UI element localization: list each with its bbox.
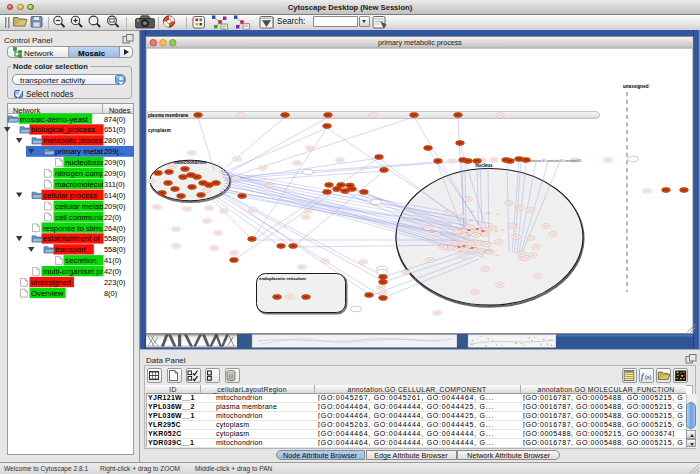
svg-text:response to stimulu: response to stimulu — [43, 224, 111, 233]
svg-text:223(0): 223(0) — [104, 278, 125, 287]
svg-text:primary metabolic process: primary metabolic process — [378, 38, 462, 47]
svg-text:209(...: 209(... — [104, 147, 125, 156]
svg-text:22(0): 22(0) — [104, 213, 121, 222]
svg-text:primary metabo: primary metabo — [55, 147, 110, 156]
svg-text:41(0): 41(0) — [104, 256, 121, 265]
svg-text:transport: transport — [55, 245, 87, 254]
svg-text:cytoplasm: cytoplasm — [148, 128, 171, 133]
svg-text:42(0): 42(0) — [104, 267, 121, 276]
svg-text:nitrogen compo: nitrogen compo — [55, 169, 109, 178]
svg-text:secretion: secretion — [65, 256, 97, 265]
svg-text:mitochondrion: mitochondrion — [174, 160, 206, 165]
svg-text:nucleobase-: nucleobase- — [65, 158, 108, 167]
svg-text:establishment of lo: establishment of lo — [43, 234, 109, 243]
svg-text:209(0): 209(0) — [104, 202, 125, 211]
svg-text:614(0): 614(0) — [104, 191, 125, 200]
svg-text:plasma membrane: plasma membrane — [148, 113, 189, 118]
svg-text:annotation.GO-annotation.GO-an: annotation.GO-annotation.GO-annotation.G… — [529, 159, 581, 163]
svg-text:mosaic-demo-yeast: mosaic-demo-yeast — [20, 115, 89, 124]
svg-text:cellular metabo: cellular metabo — [55, 202, 109, 211]
svg-text:558(0): 558(0) — [104, 245, 125, 254]
svg-text:endoplasmic reticulum: endoplasmic reticulum — [259, 276, 306, 281]
svg-text:cellular process: cellular process — [43, 191, 97, 200]
svg-text:8(0): 8(0) — [104, 289, 117, 298]
svg-text:651(0): 651(0) — [104, 125, 125, 134]
svg-text:(x): (x) — [645, 374, 652, 380]
svg-text:209(0): 209(0) — [104, 169, 125, 178]
svg-text:metabolic process: metabolic process — [43, 136, 106, 145]
svg-text:biological_process: biological_process — [31, 125, 95, 134]
svg-text:558(0): 558(0) — [104, 234, 125, 243]
svg-text:874(0): 874(0) — [104, 115, 125, 124]
svg-text:280(0): 280(0) — [104, 136, 125, 145]
svg-text:unassigned: unassigned — [31, 278, 71, 287]
svg-text:unassigned: unassigned — [623, 84, 649, 89]
svg-text:Overview: Overview — [31, 289, 64, 298]
svg-text:264(0): 264(0) — [104, 224, 125, 233]
svg-text:311(0): 311(0) — [104, 180, 125, 189]
svg-text:209(0): 209(0) — [104, 158, 125, 167]
svg-text:macromolecule: macromolecule — [55, 180, 108, 189]
svg-text:multi-organism pro: multi-organism pro — [43, 267, 108, 276]
